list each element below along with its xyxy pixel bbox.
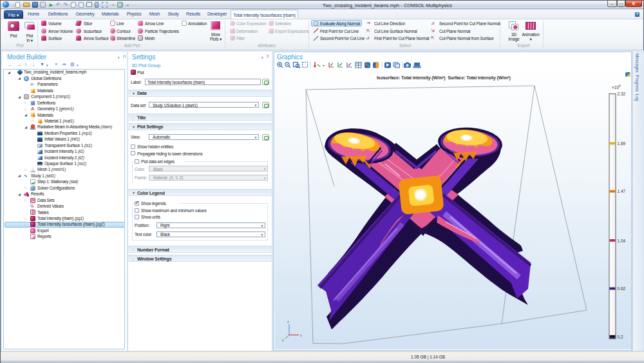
svg-text:0.2: 0.2 [618,335,623,339]
svg-text:y: y [282,338,284,342]
svg-text:×10: ×10 [612,85,619,90]
svg-text:1.04: 1.04 [618,239,626,243]
svg-text:z: z [287,320,289,324]
svg-text:2.32: 2.32 [618,92,626,96]
svg-text:0.62: 0.62 [618,286,626,291]
svg-text:x: x [300,333,302,337]
svg-text:1.89: 1.89 [618,141,626,146]
svg-text:1.47: 1.47 [618,189,626,193]
svg-text:4: 4 [619,84,621,88]
